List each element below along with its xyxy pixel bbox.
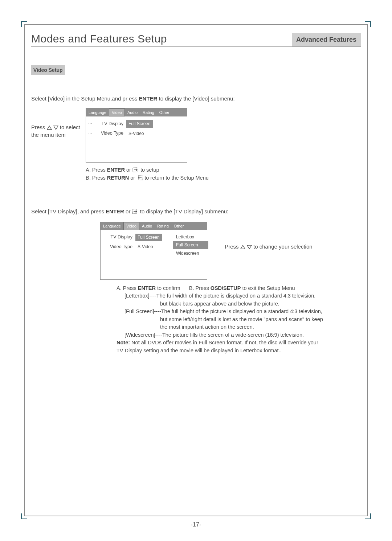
instruction-line: A. Press ENTER to confirm B. Press OSD/S… (117, 285, 361, 292)
menu-row-1: Press to select the menu item Language V… (31, 108, 361, 182)
menu-value: S-Video (126, 130, 146, 138)
tree-dash-icon: ⋯ (88, 131, 92, 136)
text: or (125, 167, 131, 173)
arrow-right-dotted-icon (132, 167, 139, 172)
arrow-up-icon (240, 245, 245, 249)
header: Modes and Features Setup Advanced Featur… (31, 33, 361, 47)
arrow-right-dotted-icon (132, 209, 139, 214)
breadcrumb: Advanced Features (292, 33, 361, 46)
tab-video: Video (123, 222, 139, 230)
tab-other: Other (157, 108, 172, 116)
text: to change your selection (253, 243, 313, 250)
text: to return to the Setup Menu (144, 175, 209, 181)
description-block: A. Press ENTER to confirm B. Press OSD/S… (117, 285, 361, 354)
tab-language: Language (101, 222, 123, 230)
menu-label: TV Display (94, 121, 126, 127)
desc-fullscreen-cont: but some left/right detail is lost as th… (160, 316, 361, 323)
tab-rating: Rating (155, 222, 171, 230)
arrow-down-icon (53, 126, 58, 130)
submenu-option-full-screen: Full Screen (173, 241, 208, 249)
menu-row-tv-display: ⋯ TV Display Full Screen (88, 120, 185, 128)
enter-key-label: ENTER (139, 95, 158, 102)
text: A. Press (86, 167, 107, 173)
desc-widescreen: [Widescreen]----The picture fills the sc… (124, 332, 361, 339)
tree-dash-icon: ⋯ (88, 121, 92, 127)
section-title: Video Setup (31, 65, 65, 75)
return-key-label: RETURN (107, 175, 129, 181)
text: Select [Video] in the Setup Menu,and pr … (31, 95, 139, 102)
text: to display the [Video] submenu: (157, 95, 234, 102)
note-label: Note: (117, 340, 130, 345)
page-number: -17- (25, 521, 367, 528)
menu-value: Full Screen (126, 120, 153, 128)
tv-display-submenu: Letterbox Full Screen Widescreen (173, 233, 208, 258)
menu-tabs: Language Video Audio Rating Other (86, 108, 187, 116)
menu-value: Full Screen (135, 234, 162, 241)
text: Not all DVDs offer movies in Full Screen… (130, 340, 318, 345)
tab-video: Video (109, 108, 125, 116)
menu-row-2: Language Video Audio Rating Other TV Dis… (100, 222, 361, 280)
text: Press (225, 243, 240, 250)
text: A. Press (117, 285, 138, 291)
page-title: Modes and Features Setup (31, 33, 167, 45)
menu-value: S-Video (135, 243, 155, 251)
menu-label: Video Type (94, 130, 126, 137)
tab-audio: Audio (125, 108, 140, 116)
content-frame: Modes and Features Setup Advanced Featur… (24, 24, 368, 516)
tab-language: Language (86, 108, 109, 116)
body: Select [Video] in the Setup Menu,and pr … (31, 95, 361, 354)
text: B. Press (86, 175, 107, 181)
hint-left: Press to select the menu item (31, 123, 86, 141)
osd-setup-key-label: OSD/SETUP (211, 285, 241, 291)
tab-other: Other (171, 222, 187, 230)
desc-letterbox: [Letterbox]----The full width of the pic… (124, 292, 361, 300)
arrow-down-icon (247, 245, 252, 249)
menu-label: TV Display (103, 234, 135, 241)
menu-box-1: Language Video Audio Rating Other ⋯ TV D… (86, 108, 187, 163)
text: or (124, 208, 131, 214)
desc-fullscreen: [Full Screen]----The full height of the … (124, 308, 361, 315)
submenu-option-letterbox: Letterbox (173, 233, 208, 241)
connector-line (215, 247, 221, 247)
desc-fullscreen-cont: the most important action on the screen. (160, 324, 361, 331)
tab-rating: Rating (140, 108, 157, 116)
text: Select [TV Display], and press (31, 208, 106, 214)
tab-audio: Audio (139, 222, 155, 230)
enter-key-label: ENTER (107, 167, 125, 173)
desc-note: Note: Not all DVDs offer movies in Full … (117, 339, 361, 347)
submenu-option-widescreen: Widescreen (173, 249, 208, 258)
connector-line (31, 141, 64, 141)
text: Press (31, 124, 47, 130)
menu-label: Video Type (103, 244, 135, 250)
instruction-a: A. Press ENTER or to setup (86, 166, 209, 174)
intro-text-1: Select [Video] in the Setup Menu,and pr … (31, 95, 361, 102)
desc-note-cont: TV Display setting and the movie will be… (117, 347, 361, 354)
section-2: Select [TV Display], and press ENTER or … (31, 208, 361, 354)
text: to confirm (156, 285, 180, 291)
menu-rows: ⋯ TV Display Full Screen ⋯ Video Type S-… (86, 116, 187, 142)
enter-key-label: ENTER (106, 208, 124, 214)
menu-area-1: Language Video Audio Rating Other ⋯ TV D… (86, 108, 209, 182)
enter-key-label: ENTER (138, 285, 156, 291)
menu-box-2: Language Video Audio Rating Other TV Dis… (100, 222, 207, 280)
menu-tabs: Language Video Audio Rating Other (101, 222, 207, 230)
under-box-1: A. Press ENTER or to setup B. Press RETU… (86, 166, 209, 182)
text: or (129, 175, 136, 181)
arrow-up-icon (47, 126, 52, 130)
text: to exit the Setup Menu (241, 285, 295, 291)
text: to display the [TV Display] submenu: (140, 208, 228, 214)
hint-right: Press to change your selection (215, 243, 313, 250)
arrow-left-dotted-icon (136, 175, 143, 180)
intro-text-2: Select [TV Display], and press ENTER or … (31, 208, 361, 215)
menu-row-video-type: ⋯ Video Type S-Video (88, 130, 185, 138)
text: B. Press (189, 285, 211, 291)
instruction-b: B. Press RETURN or to return to the Setu… (86, 174, 209, 182)
desc-letterbox-cont: but black bars appear above and below th… (160, 300, 361, 308)
page: Modes and Features Setup Advanced Featur… (0, 0, 392, 541)
text: to setup (140, 167, 159, 173)
